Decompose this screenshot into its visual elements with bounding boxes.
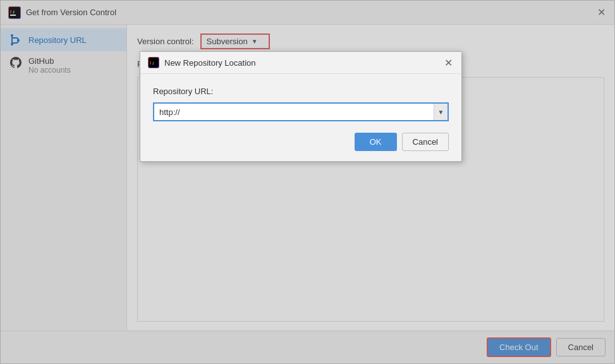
- main-dialog: I J Get from Version Control ✕: [0, 0, 615, 364]
- overlay: I J New Repository Location ✕ Repository…: [1, 1, 614, 363]
- inner-dialog-content: Repository URL: ▼ OK Cancel: [140, 74, 461, 161]
- inner-app-icon: I J: [148, 57, 159, 68]
- inner-dialog-title: New Repository Location: [164, 58, 256, 68]
- ok-button[interactable]: OK: [355, 133, 397, 151]
- inner-dialog-buttons: OK Cancel: [153, 133, 449, 151]
- inner-close-button[interactable]: ✕: [442, 57, 454, 68]
- inner-dialog: I J New Repository Location ✕ Repository…: [140, 51, 462, 162]
- svg-text:I: I: [150, 61, 151, 65]
- url-input[interactable]: [154, 104, 434, 120]
- inner-title-bar: I J New Repository Location ✕: [140, 52, 461, 74]
- url-input-row: ▼: [153, 102, 449, 121]
- inner-repo-url-label: Repository URL:: [153, 87, 449, 96]
- cancel-button[interactable]: Cancel: [402, 133, 449, 151]
- url-dropdown-button[interactable]: ▼: [434, 104, 448, 120]
